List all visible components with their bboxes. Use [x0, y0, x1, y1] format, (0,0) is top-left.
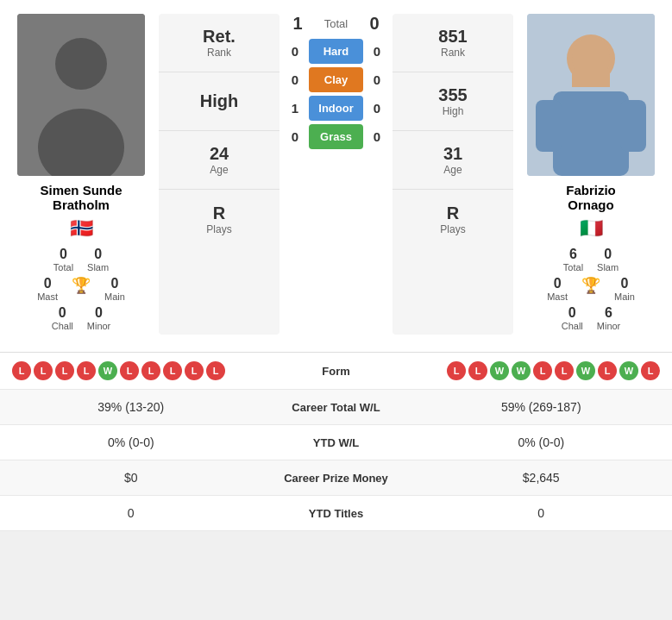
grass-left-num: 0: [285, 129, 305, 144]
right-chall-label: Chall: [562, 321, 583, 331]
stats-row: 0% (0-0)YTD W/L0% (0-0): [0, 425, 672, 460]
grass-right-num: 0: [367, 129, 387, 144]
right-plays-label: Plays: [440, 223, 465, 235]
right-main-block: 0 Main: [614, 276, 635, 302]
left-plays-cell: R Plays: [159, 190, 279, 248]
form-badge-left: W: [98, 361, 117, 380]
left-slam-value: 0: [94, 247, 102, 262]
stats-right-value: 59% (269-187): [423, 400, 661, 414]
left-flag: 🇳🇴: [70, 217, 93, 240]
left-slam-block: 0 Slam: [87, 247, 109, 272]
form-badges-right: LLWWLLWLWL: [388, 361, 661, 380]
left-player-photo: [17, 14, 145, 176]
form-badge-left: L: [163, 361, 182, 380]
hard-right-num: 0: [367, 44, 387, 59]
left-chall-block: 0 Chall: [52, 305, 73, 331]
right-player-name: Fabrizio Ornago: [566, 183, 616, 212]
right-rank-value: 851: [438, 27, 467, 47]
right-rank-cell: 851 Rank: [393, 14, 513, 72]
form-badge-left: L: [55, 361, 74, 380]
stats-right-value: 0: [423, 506, 661, 520]
bottom-stats: LLLLWLLLLL Form LLWWLLWLWL 39% (13-20)Ca…: [0, 352, 672, 531]
right-high-value: 355: [438, 85, 467, 105]
left-plays-value: R: [213, 204, 225, 223]
right-age-value: 31: [443, 144, 462, 164]
stats-center-label: YTD Titles: [250, 507, 423, 520]
right-slam-label: Slam: [597, 262, 619, 272]
right-chall-block: 0 Chall: [562, 305, 583, 331]
clay-button[interactable]: Clay: [309, 67, 363, 92]
form-badge-right: W: [512, 361, 531, 380]
clay-right-num: 0: [367, 72, 387, 87]
left-high-value: High: [200, 91, 238, 111]
right-minor-value: 6: [605, 305, 612, 321]
left-age-cell: 24 Age: [159, 131, 279, 190]
right-total-label: Total: [563, 262, 583, 272]
form-badge-right: W: [490, 361, 509, 380]
grass-button[interactable]: Grass: [309, 124, 363, 149]
form-badge-right: L: [641, 361, 660, 380]
stats-rows-container: 39% (13-20)Career Total W/L59% (269-187)…: [0, 390, 672, 531]
indoor-button[interactable]: Indoor: [309, 96, 363, 121]
left-rank-cell: Ret. Rank: [159, 14, 279, 72]
stats-left-value: 0% (0-0): [12, 435, 250, 449]
form-badge-right: L: [533, 361, 552, 380]
right-minor-block: 6 Minor: [597, 305, 621, 331]
right-main-label: Main: [614, 291, 635, 302]
left-minor-label: Minor: [87, 321, 111, 331]
form-badge-left: L: [185, 361, 204, 380]
right-plays-value: R: [447, 204, 459, 223]
stats-row: 39% (13-20)Career Total W/L59% (269-187): [0, 390, 672, 425]
form-badge-right: W: [576, 361, 595, 380]
form-row: LLLLWLLLLL Form LLWWLLWLWL: [0, 353, 672, 390]
form-badge-right: W: [619, 361, 638, 380]
left-player-name: Simen Sunde Bratholm: [40, 183, 122, 212]
form-badge-left: L: [34, 361, 53, 380]
hard-button[interactable]: Hard: [309, 39, 363, 64]
svg-rect-6: [536, 100, 562, 152]
form-badge-left: L: [12, 361, 31, 380]
form-badge-right: L: [598, 361, 617, 380]
left-rank-value: Ret.: [203, 27, 236, 47]
left-chall-value: 0: [59, 305, 66, 321]
total-center-label: Total: [311, 17, 361, 30]
clay-row: 0 Clay 0: [285, 67, 387, 92]
clay-left-num: 0: [285, 72, 305, 87]
left-minor-block: 0 Minor: [87, 305, 111, 331]
form-badge-left: L: [141, 361, 160, 380]
right-mast-block: 0 Mast: [547, 276, 568, 302]
right-rank-label: Rank: [441, 47, 465, 59]
total-row: 1 Total 0: [285, 14, 387, 34]
right-slam-block: 0 Slam: [597, 247, 619, 272]
left-main-block: 0 Main: [104, 276, 125, 302]
indoor-row: 1 Indoor 0: [285, 96, 387, 121]
center-col: 1 Total 0 0 Hard 0 0 Clay 0 1: [285, 14, 387, 335]
right-player-card: Fabrizio Ornago 🇮🇹 6 Total 0 Slam 0 Mast: [518, 14, 663, 335]
stats-right-value: 0% (0-0): [423, 435, 661, 449]
stats-row: 0YTD Titles0: [0, 496, 672, 531]
form-badge-left: L: [206, 361, 225, 380]
match-center: Ret. Rank High 24 Age R Plays: [159, 14, 513, 335]
hard-row: 0 Hard 0: [285, 39, 387, 64]
form-badges-left: LLLLWLLLLL: [12, 361, 285, 380]
left-high-cell: High: [159, 72, 279, 131]
right-flag: 🇮🇹: [580, 217, 603, 240]
right-minor-label: Minor: [597, 321, 621, 331]
left-chall-label: Chall: [52, 321, 73, 331]
main-container: Simen Sunde Bratholm 🇳🇴 0 Total 0 Slam 0…: [0, 0, 672, 531]
left-plays-label: Plays: [206, 223, 231, 235]
left-stats-col: Ret. Rank High 24 Age R Plays: [159, 14, 279, 335]
left-slam-label: Slam: [87, 262, 109, 272]
left-main-label: Main: [104, 291, 125, 302]
stats-center-label: Career Prize Money: [250, 472, 423, 485]
left-total-value: 0: [60, 247, 67, 262]
right-slam-value: 0: [604, 247, 612, 262]
right-mast-label: Mast: [547, 291, 568, 302]
stats-center-label: Career Total W/L: [250, 401, 423, 414]
right-high-cell: 355 High: [393, 72, 513, 131]
right-plays-cell: R Plays: [393, 190, 513, 248]
form-badge-right: L: [447, 361, 466, 380]
right-chall-value: 0: [568, 305, 576, 321]
left-mast-label: Mast: [37, 291, 58, 302]
right-high-label: High: [443, 105, 464, 117]
